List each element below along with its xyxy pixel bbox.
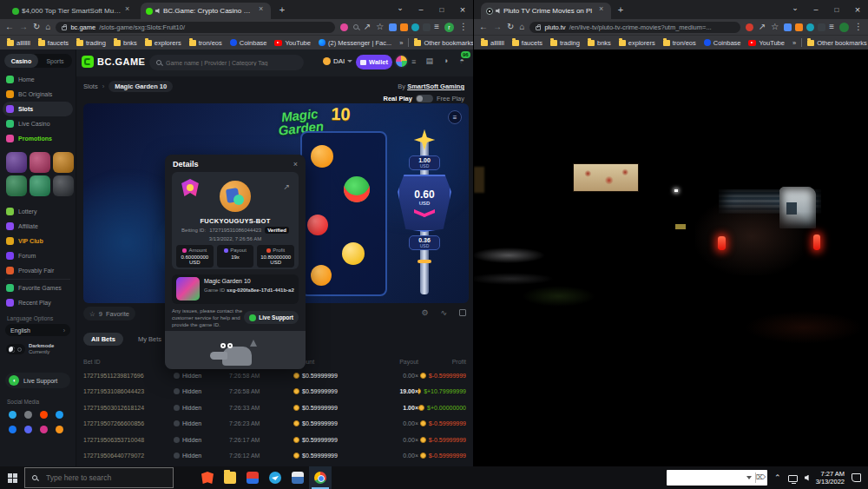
promo-tile[interactable] [53,152,74,173]
sidebar-item-promotions[interactable]: Promotions [0,131,76,146]
tab-audio-icon[interactable] [496,9,501,14]
table-row[interactable]: 172719507266600856Hidden7:26:23 AM$0.599… [83,416,466,433]
bookmark-item[interactable]: explorers [145,39,181,47]
share-icon[interactable]: ↗ [759,23,766,31]
currency-selector[interactable]: DAI [323,57,352,65]
browser-menu-icon[interactable]: ⋮ [459,23,468,31]
tab-audio-icon[interactable] [155,9,161,14]
sidebar-item-vip-club[interactable]: VIP Club [0,234,76,248]
bcgame-logo[interactable]: BC.GAME [82,56,145,68]
go-button[interactable]: ⌦ [755,472,764,483]
play-toggle-switch[interactable] [416,95,433,102]
taskbar-clock[interactable]: 7:27 AM 3/13/2022 [816,470,845,486]
volume-icon[interactable] [805,475,809,481]
maximize-button[interactable] [431,0,452,19]
bookmark-item[interactable]: YouTube [748,39,784,47]
provider-link[interactable]: By SmartSoft Gaming [398,83,464,90]
close-button[interactable] [847,0,868,19]
hidden-icons-chevron[interactable]: ⌃ [774,473,781,482]
chevron-down-icon[interactable] [746,476,752,479]
bookmarks-more-icon[interactable] [792,39,796,47]
home-icon[interactable]: ⌂ [45,23,50,31]
tab-search-icon[interactable] [390,0,411,19]
game-search-input[interactable] [166,60,297,66]
taskbar-search[interactable] [24,467,174,488]
zoom-search-icon[interactable] [353,23,358,31]
start-button[interactable] [0,466,24,489]
extension-icon[interactable] [784,23,792,31]
game-search[interactable] [149,55,304,70]
bookmark-item[interactable]: explorers [619,39,655,47]
sidebar-item-bc-originals[interactable]: BC Originals [0,87,76,102]
taskbar-app-explorer[interactable] [219,466,241,489]
bookmark-item[interactable]: bnks [588,39,611,47]
metamask-icon[interactable] [795,23,803,31]
table-row[interactable]: 172719506440779072Hidden7:26:12 AM$0.599… [83,448,466,465]
bookmark-item[interactable]: alllllll [481,39,504,47]
sidebar-item-favorite-games[interactable]: Favorite Games [0,281,76,295]
sidebar-item-recent-play[interactable]: Recent Play [0,295,76,310]
sidebar-tab-casino[interactable]: Casino [4,54,38,68]
extension-icon[interactable] [411,23,419,31]
other-bookmarks[interactable]: Other bookmarks [414,39,473,47]
darkmode-toggle[interactable]: DarkmodeCurrently [0,343,60,355]
tab-close-icon[interactable] [598,7,606,15]
modal-close-icon[interactable]: × [293,160,298,169]
social-icon[interactable] [56,411,63,419]
forward-icon[interactable]: → [493,23,502,31]
address-bar[interactable]: pluto.tv/en/live-tv/pluto-tv-crime-movie… [529,22,740,33]
social-icon[interactable] [24,426,32,433]
live-support-button[interactable]: ◖ Live Support [5,373,70,388]
bookmark-item[interactable]: YouTube [274,39,310,47]
fullscreen-icon[interactable] [459,309,466,316]
social-icon[interactable] [40,426,48,433]
taskbar-app-chrome[interactable] [309,466,332,489]
social-icon[interactable] [9,411,16,419]
network-icon[interactable] [788,475,798,482]
bookmark-item[interactable]: bnks [114,39,137,47]
minimize-button[interactable] [806,0,826,19]
promo-tile[interactable] [6,152,27,173]
wallet-button[interactable]: Wallet [356,55,392,69]
maximize-button[interactable] [826,0,847,19]
notification-extension-icon[interactable] [818,23,825,31]
address-bar[interactable]: bc.game/slots-game/sxg:Slots:Fruit10/ [56,22,334,33]
sidebar-item-provably-fair[interactable]: Provably Fair [0,263,76,278]
sidebar-item-slots[interactable]: Slots [3,102,73,116]
bets-tab-my-bets[interactable]: My Bets [130,333,169,346]
social-icon[interactable] [56,426,63,433]
browser-menu-icon[interactable]: ⋮ [854,23,863,31]
live-stats-icon[interactable]: ∿ [440,308,447,317]
game-menu-icon[interactable]: ≡ [448,110,462,124]
new-tab-button[interactable] [276,4,288,17]
notification-extension-icon[interactable] [423,23,431,31]
tab-search-icon[interactable] [785,0,806,19]
bookmark-item[interactable]: trading [76,39,106,47]
bell-icon[interactable]: ◗ [444,56,449,65]
sidebar-item-live-casino[interactable]: Live Casino [0,116,76,131]
favorite-button[interactable]: ☆ 9 Favorite [83,307,135,320]
promo-tile[interactable] [30,152,50,173]
minimize-button[interactable] [411,0,431,19]
modal-live-support-button[interactable]: Live Support [244,311,299,324]
wheel-menu-icon[interactable]: ≡ [411,57,416,66]
sidebar-item-lottery[interactable]: Lottery [0,204,76,219]
bookmark-item[interactable]: (2) Messenger | Fac... [319,39,391,47]
decrease-arrow-icon[interactable] [414,209,435,217]
taskbar-address-toolbar[interactable]: ⌦ [667,470,767,486]
profile-avatar[interactable] [839,23,849,32]
extensions-list-icon[interactable]: ≡ [434,23,439,31]
other-bookmarks[interactable]: Other bookmarks [807,39,867,47]
sidebar-item-forum[interactable]: Forum [0,248,76,263]
sidebar-tab-sports[interactable]: Sports [38,54,72,68]
bookmark-item[interactable]: alllllll [7,39,30,47]
promo-tile[interactable] [53,175,74,196]
bookmark-star-icon[interactable]: ☆ [376,23,384,31]
taskbar-app-telegram[interactable] [264,466,286,489]
browser-tab[interactable]: $4,000 Top Tier SmartSoft Multip [7,3,137,19]
bookmark-item[interactable]: faucets [38,39,69,47]
table-row[interactable]: 172719511239817696Hidden7:26:58 AM$0.599… [83,367,466,384]
taskbar-app-steam[interactable] [286,466,309,489]
bookmark-item[interactable]: tron/eos [189,39,222,47]
table-row[interactable]: 172719503012618124Hidden7:26:33 AM$0.599… [83,400,466,416]
